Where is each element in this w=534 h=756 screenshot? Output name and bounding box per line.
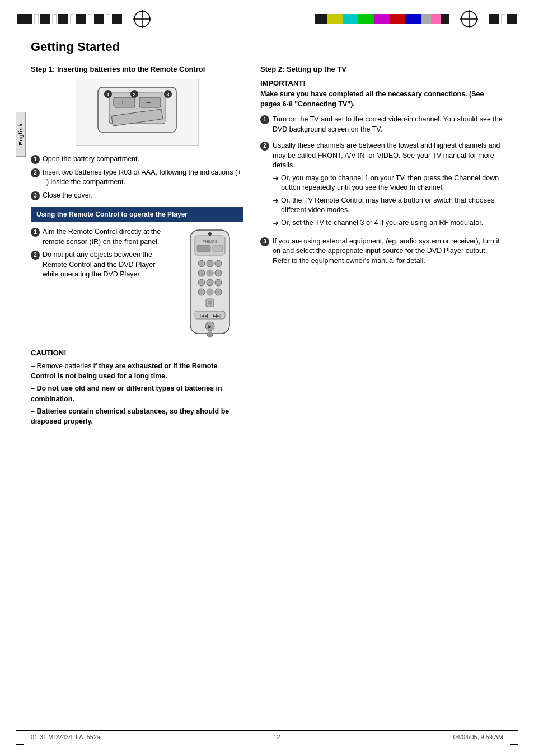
- svg-point-25: [198, 260, 205, 267]
- step2-make-sure: Make sure you have completed all the nec…: [260, 90, 503, 109]
- remote-num-1: 1: [31, 228, 40, 237]
- svg-point-31: [198, 279, 205, 286]
- svg-text:▶▶|: ▶▶|: [213, 313, 221, 318]
- svg-point-36: [215, 289, 222, 295]
- corner-mark-tr: [510, 31, 518, 39]
- remote-control-svg: PHILIPS: [185, 227, 235, 339]
- footer-center: 12: [273, 734, 280, 740]
- step1-item-2: 2 Insert two batteries type R03 or AAA, …: [31, 168, 243, 187]
- caution-item-3: – Batteries contain chemical substances,…: [31, 406, 243, 428]
- remote-num-2: 2: [31, 251, 40, 260]
- caution-item-1: – Remove batteries if they are exhausted…: [31, 361, 243, 382]
- top-decorative-bar: [0, 0, 534, 34]
- step2-text-3: If you are using external equipment, (eg…: [273, 237, 503, 266]
- corner-mark-tl: [16, 31, 24, 39]
- arrow-icon-1: ➜: [273, 173, 279, 193]
- step1-num-1: 1: [31, 155, 40, 164]
- caution-text-3: – Batteries contain chemical substances,…: [31, 407, 229, 426]
- step1-text-1: Open the battery compartment.: [43, 154, 139, 165]
- step2-num-2: 2: [260, 142, 269, 151]
- step1-instructions: 1 Open the battery compartment. 2 Insert…: [31, 154, 243, 200]
- step2-list: 1 Turn on the TV and set to the correct …: [260, 115, 503, 266]
- remote-instructions: 1 Aim the Remote Control directly at the…: [31, 227, 171, 280]
- remote-item-1: 1 Aim the Remote Control directly at the…: [31, 227, 171, 247]
- caution-title: CAUTION!: [31, 348, 243, 359]
- footer-left: 01-31 MDV434_LA_552a: [31, 734, 100, 740]
- svg-point-33: [215, 279, 222, 286]
- arrow-icon-2: ➜: [273, 196, 279, 215]
- step2-arrow-text-1: Or, you may go to channel 1 on your TV, …: [281, 173, 503, 193]
- step2-arrow-text-2: Or, the TV Remote Control may have a but…: [281, 196, 503, 215]
- step1-header: Step 1: Inserting batteries into the Rem…: [31, 65, 243, 73]
- crosshair-icon: [133, 10, 151, 28]
- svg-point-29: [207, 270, 213, 276]
- step2-item-3: 3 If you are using external equipment, (…: [260, 237, 503, 266]
- svg-text:PHILIPS: PHILIPS: [203, 240, 218, 243]
- svg-text:–: –: [147, 98, 151, 106]
- footer-right: 04/04/05, 9:59 AM: [453, 734, 503, 740]
- step2-text-1: Turn on the TV and set to the correct vi…: [273, 115, 503, 134]
- svg-point-32: [207, 279, 213, 286]
- svg-point-34: [198, 289, 205, 295]
- svg-rect-23: [213, 245, 223, 252]
- battery-illustration: + – 1 2 3: [76, 79, 199, 146]
- arrow-icon-3: ➜: [273, 218, 279, 228]
- step2-text-2-block: Usually these channels are between the l…: [273, 141, 503, 230]
- remote-image-area: PHILIPS: [176, 227, 243, 339]
- page-footer: 01-31 MDV434_LA_552a 12 04/04/05, 9:59 A…: [0, 729, 534, 745]
- main-content: Getting Started Step 1: Inserting batter…: [0, 34, 534, 440]
- svg-point-28: [198, 270, 205, 276]
- crosshair-icon-right: [460, 10, 478, 28]
- remote-steps: 1 Aim the Remote Control directly at the…: [31, 227, 171, 339]
- svg-text:1: 1: [106, 92, 109, 97]
- step2-important-label: IMPORTANT!: [260, 79, 503, 87]
- svg-point-35: [207, 289, 213, 295]
- step1-text-2: Insert two batteries type R03 or AAA, fo…: [43, 168, 243, 187]
- step2-num-1: 1: [260, 115, 269, 124]
- svg-point-26: [207, 260, 213, 267]
- remote-text-2: Do not put any objects between the Remot…: [43, 250, 171, 280]
- language-label: English: [18, 123, 24, 145]
- caution-item-2: – Do not use old and new or different ty…: [31, 383, 243, 405]
- step1-num-2: 2: [31, 168, 40, 177]
- using-remote-label: Using the Remote Control to operate the …: [36, 210, 188, 218]
- svg-text:2: 2: [133, 92, 135, 97]
- caution-section: CAUTION! – Remove batteries if they are …: [31, 348, 243, 427]
- svg-point-30: [215, 270, 222, 276]
- svg-point-38: [208, 300, 212, 305]
- content-columns: Step 1: Inserting batteries into the Rem…: [31, 65, 503, 429]
- step1-num-3: 3: [31, 191, 40, 200]
- caution-text-1a: Remove batteries if: [36, 362, 99, 370]
- svg-text:3: 3: [166, 92, 169, 97]
- caution-text-2: – Do not use old and new or different ty…: [31, 384, 222, 403]
- remote-text-1: Aim the Remote Control directly at the r…: [43, 227, 171, 247]
- remote-section: 1 Aim the Remote Control directly at the…: [31, 227, 243, 339]
- color-bars-right: [315, 14, 449, 24]
- step2-item-2: 2 Usually these channels are between the…: [260, 141, 503, 230]
- caution-dash-1: –: [31, 362, 36, 370]
- step2-arrow-1: ➜ Or, you may go to channel 1 on your TV…: [273, 173, 503, 193]
- step2-arrow-text-3: Or, set the TV to channel 3 or 4 if you …: [281, 218, 483, 228]
- step2-header: Step 2: Setting up the TV: [260, 65, 503, 73]
- left-column: Step 1: Inserting batteries into the Rem…: [31, 65, 243, 429]
- remote-item-2: 2 Do not put any objects between the Rem…: [31, 250, 171, 280]
- step2-arrow-3: ➜ Or, set the TV to channel 3 or 4 if yo…: [273, 218, 503, 228]
- bar-left: [17, 14, 122, 24]
- svg-rect-22: [197, 245, 210, 252]
- step2-arrow-2: ➜ Or, the TV Remote Control may have a b…: [273, 196, 503, 215]
- svg-text:|◀◀: |◀◀: [200, 313, 208, 318]
- svg-text:+: +: [120, 98, 124, 106]
- page-title: Getting Started: [31, 40, 503, 58]
- bar-right: [489, 14, 517, 24]
- step1-item-1: 1 Open the battery compartment.: [31, 154, 243, 165]
- language-tab: English: [16, 112, 26, 157]
- step2-num-3: 3: [260, 237, 269, 246]
- step1-item-3: 3 Close the cover.: [31, 191, 243, 201]
- step1-text-3: Close the cover.: [43, 191, 93, 201]
- right-column: Step 2: Setting up the TV IMPORTANT! Mak…: [260, 65, 503, 429]
- svg-point-24: [208, 232, 212, 236]
- svg-point-27: [215, 260, 222, 267]
- bottom-border: [16, 730, 518, 731]
- using-remote-box: Using the Remote Control to operate the …: [31, 207, 243, 222]
- step2-item-1: 1 Turn on the TV and set to the correct …: [260, 115, 503, 134]
